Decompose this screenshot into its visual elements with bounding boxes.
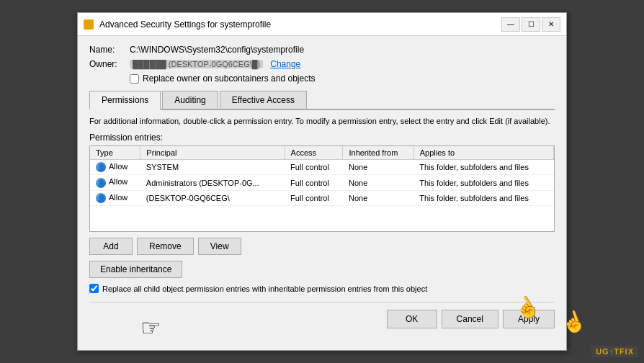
table-row[interactable]: 👤Allow Administrators (DESKTOP-0G... Ful…: [90, 175, 554, 190]
info-text: For additional information, double-click…: [89, 116, 555, 127]
titlebar-buttons: — ☐ ✕: [501, 17, 560, 32]
replace-owner-row: Replace owner on subcontainers and objec…: [130, 73, 555, 84]
owner-row: Owner: ██████ (DESKTOP-0GQ6CEG\█) Change: [89, 59, 555, 69]
cell-type: 👤Allow: [90, 190, 140, 205]
tab-auditing[interactable]: Auditing: [162, 91, 218, 109]
col-access: Access: [285, 146, 343, 160]
change-link[interactable]: Change: [270, 59, 300, 69]
table-action-buttons: Add Remove View: [89, 238, 555, 255]
minimize-button[interactable]: —: [501, 17, 520, 32]
permission-table-wrap[interactable]: Type Principal Access Inherited from App…: [89, 145, 555, 232]
action-buttons: OK Cancel Apply: [89, 302, 555, 328]
remove-button[interactable]: Remove: [137, 238, 194, 255]
window-title: Advanced Security Settings for systempro…: [99, 19, 501, 30]
cell-applies: This folder, subfolders and files: [413, 175, 553, 190]
col-type: Type: [90, 146, 140, 160]
replace-child-checkbox[interactable]: [89, 284, 99, 293]
enable-inheritance-row: Enable inheritance: [89, 261, 555, 284]
name-row: Name: C:\WINDOWS\System32\config\systemp…: [89, 45, 555, 55]
view-button[interactable]: View: [198, 238, 241, 255]
cell-inherited: None: [343, 160, 413, 175]
enable-inheritance-button[interactable]: Enable inheritance: [89, 261, 182, 278]
advanced-security-window: Advanced Security Settings for systempro…: [77, 12, 567, 351]
col-inherited: Inherited from: [343, 146, 413, 160]
cell-type: 👤Allow: [90, 160, 140, 175]
main-content: Name: C:\WINDOWS\System32\config\systemp…: [78, 36, 566, 337]
replace-owner-label: Replace owner on subcontainers and objec…: [143, 73, 315, 84]
cell-inherited: None: [343, 175, 413, 190]
watermark: UG↑TFIX: [591, 346, 638, 357]
owner-label: Owner:: [89, 59, 130, 69]
cell-access: Full control: [285, 190, 343, 205]
owner-name: ██████ (DESKTOP-0GQ6CEG\█): [130, 60, 263, 68]
tab-effective-access[interactable]: Effective Access: [220, 91, 307, 109]
cancel-button[interactable]: Cancel: [442, 310, 498, 328]
tab-permissions[interactable]: Permissions: [89, 91, 161, 110]
ok-button[interactable]: OK: [387, 310, 437, 328]
col-applies: Applies to: [413, 146, 553, 160]
titlebar: Advanced Security Settings for systempro…: [78, 13, 566, 36]
name-label: Name:: [89, 45, 130, 55]
add-button[interactable]: Add: [89, 238, 133, 255]
col-principal: Principal: [140, 146, 285, 160]
cell-inherited: None: [343, 190, 413, 205]
cell-access: Full control: [285, 175, 343, 190]
section-label: Permission entries:: [89, 133, 555, 143]
apply-button[interactable]: Apply: [503, 310, 555, 328]
permission-table: Type Principal Access Inherited from App…: [90, 146, 554, 205]
tab-bar: Permissions Auditing Effective Access: [89, 91, 555, 110]
cell-access: Full control: [285, 160, 343, 175]
name-value: C:\WINDOWS\System32\config\systemprofile: [130, 45, 304, 55]
close-button[interactable]: ✕: [542, 17, 560, 32]
replace-child-label: Replace all child object permission entr…: [102, 284, 427, 293]
cell-applies: This folder, subfolders and files: [413, 160, 553, 175]
bottom-checkbox-row: Replace all child object permission entr…: [89, 284, 555, 293]
cell-principal: Administrators (DESKTOP-0G...: [140, 175, 285, 190]
table-row[interactable]: 👤Allow (DESKTOP-0GQ6CEG\ Full control No…: [90, 190, 554, 205]
cell-type: 👤Allow: [90, 175, 140, 190]
maximize-button[interactable]: ☐: [522, 17, 540, 32]
cell-applies: This folder, subfolders and files: [413, 190, 553, 205]
window-icon: [84, 19, 94, 30]
cell-principal: SYSTEM: [140, 160, 285, 175]
cell-principal: (DESKTOP-0GQ6CEG\: [140, 190, 285, 205]
table-row[interactable]: 👤Allow SYSTEM Full control None This fol…: [90, 160, 554, 175]
replace-owner-checkbox[interactable]: [130, 74, 139, 84]
